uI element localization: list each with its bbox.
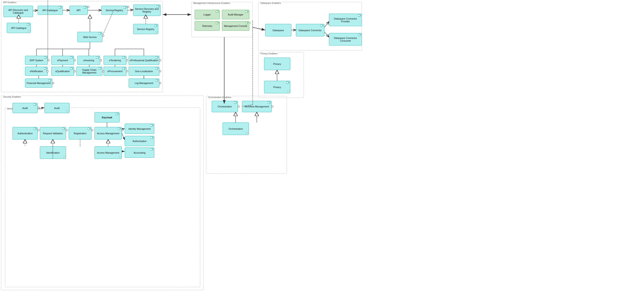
box-accounting[interactable]: Accounting — [125, 148, 154, 158]
section-management-infra: Management Infrastructure Enablers — [191, 2, 253, 37]
section-api-enablers-label: API Enablers — [3, 1, 17, 4]
svg-rect-25 — [98, 56, 100, 57]
box-orchestration-top[interactable]: Orchestration — [212, 101, 238, 112]
svg-rect-45 — [218, 10, 219, 12]
box-service-discovery[interactable]: Service Discovery and Registry — [133, 4, 160, 16]
svg-rect-5 — [126, 6, 127, 7]
section-security-enablers-label: Security Enablers — [3, 96, 22, 98]
box-registration[interactable]: Registration — [69, 127, 92, 140]
svg-rect-31 — [46, 67, 47, 68]
svg-rect-91 — [236, 102, 237, 102]
section-dataspace-enablers-label: Dataspace Enablers — [260, 2, 281, 4]
svg-rect-84 — [63, 156, 65, 158]
svg-rect-39 — [157, 67, 159, 68]
box-identification[interactable]: Identification — [40, 146, 66, 159]
svg-rect-55 — [360, 14, 361, 15]
box-erp-system[interactable]: ERP System — [25, 56, 48, 65]
svg-rect-19 — [100, 32, 102, 34]
svg-rect-83 — [152, 148, 154, 149]
svg-rect-60 — [287, 90, 290, 93]
svg-rect-21 — [46, 56, 47, 57]
box-api-catalogue-bottom[interactable]: API Catalogue — [7, 23, 31, 33]
svg-rect-57 — [360, 34, 361, 34]
svg-rect-3 — [86, 6, 87, 7]
svg-rect-41 — [50, 79, 52, 80]
box-authentication[interactable]: Authentication — [12, 127, 38, 140]
box-dataspace-connector-provider[interactable]: Dataspace Connector Provider — [329, 14, 362, 26]
box-workflow-mgmt[interactable]: Workflow Management — [242, 101, 272, 112]
section-management-infra-label: Management Infrastructure Enablers — [193, 2, 230, 4]
svg-rect-49 — [218, 22, 219, 23]
svg-rect-10 — [28, 30, 30, 32]
svg-rect-35 — [100, 67, 102, 68]
box-supply-chain[interactable]: Supply Chain Management — [76, 67, 102, 76]
box-keycloak[interactable]: Keycloak — [94, 112, 120, 122]
svg-rect-37 — [124, 67, 126, 68]
svg-rect-33 — [72, 67, 73, 68]
svg-rect-87 — [119, 156, 121, 158]
svg-rect-29 — [157, 56, 159, 57]
svg-rect-23 — [72, 56, 73, 57]
svg-rect-43 — [157, 79, 159, 80]
svg-rect-77 — [120, 128, 121, 128]
box-dataspace-connector-consumer[interactable]: Dataspace Connector Consumer — [329, 33, 362, 46]
box-identity-management[interactable]: Identity Management — [125, 124, 154, 134]
box-dataspace[interactable]: Dataspace — [265, 24, 292, 36]
box-epayment[interactable]: ePayment — [51, 56, 74, 65]
svg-rect-27 — [124, 56, 126, 57]
box-logger[interactable]: Logger — [195, 10, 220, 19]
box-authorisation[interactable]: Authorisation — [125, 136, 154, 146]
svg-rect-73 — [64, 128, 65, 128]
svg-rect-15 — [155, 31, 158, 34]
box-orchestration-bottom[interactable]: Orchestration — [223, 122, 249, 135]
svg-rect-47 — [247, 10, 248, 12]
svg-rect-65 — [66, 110, 69, 112]
svg-rect-7 — [158, 5, 160, 6]
box-request-validation[interactable]: Request Validation — [40, 127, 66, 140]
svg-rect-53 — [322, 24, 324, 26]
box-audit-manager[interactable]: Audit Manager — [222, 10, 249, 19]
svg-rect-64 — [36, 104, 37, 104]
box-dataspace-connector[interactable]: Dataspace Connector — [296, 24, 324, 36]
box-log-mgmt[interactable]: Log Management — [128, 78, 159, 88]
svg-rect-81 — [152, 136, 154, 138]
box-einvoicing[interactable]: eInvoicing — [78, 56, 100, 65]
box-service-registry-top[interactable]: Service Registry — [101, 6, 128, 15]
box-equalification[interactable]: eQualification — [51, 67, 74, 76]
svg-rect-59 — [288, 82, 290, 82]
box-eprocurement[interactable]: eProcurement — [104, 67, 126, 76]
svg-rect-75 — [90, 128, 91, 128]
box-web-service[interactable]: Web Service — [78, 32, 102, 42]
box-api-discovery[interactable]: API Discovery and Catalogue — [4, 6, 33, 17]
box-management-console[interactable]: Management Console — [222, 21, 249, 31]
box-access-management-top[interactable]: Access Management — [94, 127, 122, 140]
section-orchestration-enablers-label: Orchestration Enablers — [208, 96, 232, 98]
box-api-catalogue-top[interactable]: API Catalogue — [38, 6, 62, 15]
svg-rect-71 — [36, 128, 37, 128]
diagram-container: API Enablers Security Enablers Identific… — [0, 0, 644, 297]
svg-rect-51 — [247, 22, 248, 23]
box-enotification[interactable]: eNotification — [25, 67, 48, 76]
box-service-registry-bottom[interactable]: Service Registry — [133, 24, 158, 34]
box-geo-localization[interactable]: Geo-Localization — [128, 67, 159, 76]
box-access-management-bottom[interactable]: Access Management — [94, 146, 122, 159]
svg-rect-14 — [156, 24, 158, 26]
box-eprofessional[interactable]: eProfessional Qualification — [128, 56, 159, 65]
svg-rect-79 — [152, 124, 154, 125]
box-financial-mgmt[interactable]: Financial Management — [25, 78, 52, 88]
box-api[interactable]: API — [70, 6, 88, 15]
section-privacy-enablers-label: Privacy Enablers — [260, 52, 278, 55]
svg-rect-9 — [29, 24, 30, 24]
svg-rect-69 — [118, 113, 119, 114]
box-audit-left[interactable]: Audit — [12, 103, 38, 113]
box-etendering[interactable]: eTendering — [104, 56, 126, 65]
box-telemetry[interactable]: Telemetry — [195, 21, 220, 31]
box-audit-right[interactable]: Audit — [44, 103, 70, 113]
svg-rect-93 — [270, 102, 271, 102]
svg-rect-94 — [246, 132, 248, 134]
svg-rect-1 — [60, 6, 62, 7]
box-privacy-top[interactable]: Privacy — [264, 58, 290, 70]
box-privacy-bottom[interactable]: Privacy — [264, 81, 290, 93]
